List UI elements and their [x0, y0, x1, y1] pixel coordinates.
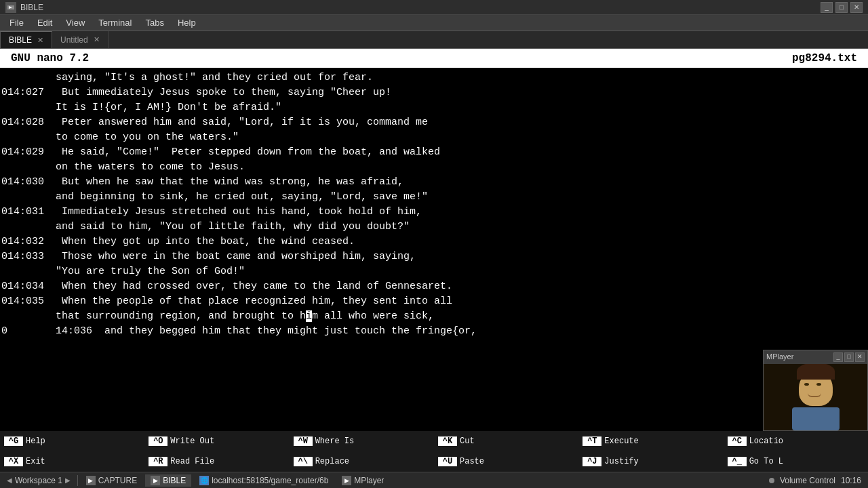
- shortcut-help[interactable]: ^G Help: [0, 431, 144, 451]
- mplayer-window[interactable]: MPlayer _ □ ✕: [763, 350, 868, 431]
- taskbar-label-mplayer: MPlayer: [354, 476, 384, 485]
- shortcut-key-cut: ^K: [438, 436, 457, 446]
- shortcut-label-help: Help: [26, 436, 45, 446]
- editor-line-13: "You are truly the Son of God!": [0, 264, 868, 279]
- line-num-15: 014:035: [1, 294, 56, 309]
- menu-terminal[interactable]: Terminal: [92, 16, 138, 29]
- minimize-button[interactable]: _: [821, 2, 833, 13]
- taskbar-item-bible[interactable]: ▶ BIBLE: [145, 474, 191, 487]
- taskbar-item-mplayer[interactable]: ▶ MPlayer: [336, 474, 389, 487]
- tab-untitled-label: Untitled: [60, 35, 88, 45]
- taskbar-item-capture[interactable]: ▶ CAPTURE: [81, 474, 142, 487]
- editor-line-15: 014:035 When the people of that place re…: [0, 294, 868, 309]
- line-num-2: [1, 100, 56, 115]
- line-content-8: and beginning to sink, he cried out, say…: [56, 190, 428, 205]
- taskbar-item-browser[interactable]: 🌐 localhost:58185/game_router/6b: [194, 474, 334, 487]
- editor-line-0: saying, "It's a ghost!" and they cried o…: [0, 70, 868, 85]
- shortcut-justify[interactable]: ^J Justify: [578, 451, 723, 472]
- line-num-6: [1, 160, 56, 175]
- taskbar-label-capture: CAPTURE: [98, 476, 137, 485]
- shortcut-writeout[interactable]: ^O Write Out: [144, 431, 289, 451]
- editor-line-11: 014:032 When they got up into the boat, …: [0, 235, 868, 249]
- nano-app-name: GNU nano 7.2: [11, 52, 89, 64]
- taskbar-workspace[interactable]: ◀ Workspace 1 ▶: [3, 476, 75, 485]
- shortcut-key-goto: ^_: [728, 457, 747, 466]
- shortcut-cut[interactable]: ^K Cut: [434, 431, 578, 451]
- line-content-12: Those who were in the boat came and wors…: [56, 249, 416, 264]
- clock: 10:16: [841, 476, 861, 485]
- editor-line-8: and beginning to sink, he cried out, say…: [0, 190, 868, 205]
- line-content-7: But when he saw that the wind was strong…: [56, 175, 403, 190]
- line-content-11: When they got up into the boat, the wind…: [56, 235, 355, 249]
- line-content-15: When the people of that place recognized…: [56, 294, 452, 309]
- shortcut-key-justify: ^J: [583, 457, 601, 466]
- nano-header: GNU nano 7.2 pg8294.txt: [0, 49, 868, 68]
- editor-line-1: 014:027 But immediately Jesus spoke to t…: [0, 85, 868, 100]
- line-content-1: But immediately Jesus spoke to them, say…: [56, 85, 391, 100]
- editor-line-3: 014:028 Peter answered him and said, "Lo…: [0, 115, 868, 130]
- shortcut-label-paste: Paste: [460, 457, 484, 466]
- line-num-7: 014:030: [1, 175, 56, 190]
- line-content-16: that surrounding region, and brought to …: [56, 309, 434, 324]
- shortcut-replace[interactable]: ^\ Replace: [290, 451, 434, 472]
- shortcut-exit[interactable]: ^X Exit: [0, 451, 144, 472]
- mplayer-minimize[interactable]: _: [833, 352, 843, 362]
- tab-bible-label: BIBLE: [9, 35, 32, 45]
- tab-untitled[interactable]: Untitled ✕: [52, 31, 108, 48]
- line-num-5: 014:029: [1, 145, 56, 160]
- taskbar-label-bible: BIBLE: [163, 476, 186, 485]
- line-num-8: [1, 190, 56, 205]
- editor-area[interactable]: saying, "It's a ghost!" and they cried o…: [0, 68, 868, 431]
- editor-line-12: 014:033 Those who were in the boat came …: [0, 249, 868, 264]
- shortcut-label-justify: Justify: [604, 457, 638, 466]
- shortcut-key-location: ^C: [728, 436, 747, 446]
- shortcut-whereis[interactable]: ^W Where Is: [290, 431, 434, 451]
- line-content-4: to come to you on the waters.": [56, 130, 239, 145]
- shortcut-label-execute: Execute: [604, 436, 638, 446]
- editor-line-10: and said to him, "You of little faith, w…: [0, 220, 868, 235]
- line-num-9: 014:031: [1, 205, 56, 220]
- tab-bible-close[interactable]: ✕: [37, 36, 43, 45]
- line-num-13: [1, 264, 56, 279]
- volume-control-label: Volume Control: [780, 476, 835, 485]
- line-content-2: It is I!{or, I AM!} Don't be afraid.": [56, 100, 281, 115]
- maximize-button[interactable]: □: [835, 2, 848, 13]
- mplayer-titlebar: MPlayer _ □ ✕: [764, 350, 867, 364]
- tab-untitled-close[interactable]: ✕: [94, 35, 100, 44]
- menu-view[interactable]: View: [59, 16, 92, 29]
- title-bar: BIBLE _ □ ✕: [0, 0, 868, 15]
- left-arrow-icon[interactable]: ◀: [7, 476, 12, 484]
- shortcut-goto[interactable]: ^_ Go To L: [724, 451, 868, 472]
- cursor: i: [306, 310, 312, 322]
- shortcut-location[interactable]: ^C Locatio: [724, 431, 868, 451]
- editor-line-16: that surrounding region, and brought to …: [0, 309, 868, 324]
- menu-edit[interactable]: Edit: [31, 16, 59, 29]
- shortcut-label-writeout: Write Out: [170, 436, 214, 446]
- menu-help[interactable]: Help: [171, 16, 203, 29]
- mplayer-close[interactable]: ✕: [855, 352, 865, 362]
- editor-line-4: to come to you on the waters.": [0, 130, 868, 145]
- shortcut-paste[interactable]: ^U Paste: [434, 451, 578, 472]
- shortcut-key-exit: ^X: [4, 457, 23, 466]
- browser-icon: 🌐: [199, 476, 209, 485]
- title-bar-controls[interactable]: _ □ ✕: [821, 2, 863, 13]
- mplayer-controls[interactable]: _ □ ✕: [833, 352, 865, 362]
- shortcut-key-writeout: ^O: [149, 436, 167, 446]
- line-content-13: "You are truly the Son of God!": [56, 264, 245, 279]
- line-content-3: Peter answered him and said, "Lord, if i…: [56, 115, 428, 130]
- tab-bible[interactable]: BIBLE ✕: [0, 31, 52, 48]
- mplayer-icon: ▶: [342, 476, 351, 485]
- line-num-16: [1, 309, 56, 324]
- shortcut-readfile[interactable]: ^R Read File: [144, 451, 289, 472]
- shortcut-label-replace: Replace: [315, 457, 349, 466]
- mplayer-maximize[interactable]: □: [844, 352, 854, 362]
- editor-line-9: 014:031 Immediately Jesus stretched out …: [0, 205, 868, 220]
- menu-tabs[interactable]: Tabs: [138, 16, 170, 29]
- status-dot: [769, 478, 774, 483]
- menu-file[interactable]: File: [3, 16, 31, 29]
- shortcut-execute[interactable]: ^T Execute: [578, 431, 723, 451]
- close-button[interactable]: ✕: [850, 2, 863, 13]
- bible-icon: ▶: [151, 476, 160, 485]
- line-content-6: on the waters to come to Jesus.: [56, 160, 245, 175]
- right-arrow-icon[interactable]: ▶: [65, 476, 71, 484]
